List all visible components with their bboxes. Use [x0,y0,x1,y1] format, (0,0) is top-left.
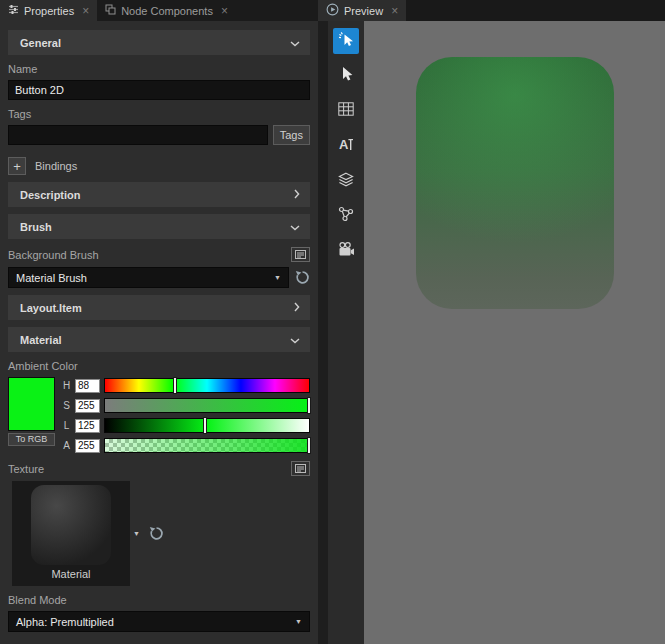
layers-tool-button[interactable] [333,168,359,194]
section-layout-item[interactable]: Layout.Item [8,295,310,320]
close-icon[interactable]: × [82,5,89,17]
bindings-row: + Bindings [8,157,310,175]
preview-tab-strip: Preview × [318,0,665,21]
node-graph-icon [338,206,354,226]
grid-icon [338,102,354,120]
chevron-down-icon: ▼ [295,618,302,625]
tab-properties[interactable]: Properties × [0,0,97,21]
select-tool-button[interactable] [333,63,359,89]
channel-label: H [62,380,71,391]
color-editor: To RGB H S L A [8,377,310,453]
channel-value-input[interactable] [75,419,100,433]
interact-tool-button[interactable] [333,28,359,54]
background-brush-row: Material Brush ▼ [8,267,310,288]
tags-row: Tags [8,125,310,145]
tab-node-components[interactable]: Node Components × [97,0,236,21]
grid-tool-button[interactable] [333,98,359,124]
texture-head: Texture [8,461,310,476]
chevron-right-icon [294,189,300,201]
blend-mode-dropdown[interactable]: Alpha: Premultiplied ▼ [8,611,310,632]
dropdown-value: Alpha: Premultiplied [16,616,114,628]
slider-marker[interactable] [307,437,311,454]
layers-icon [338,172,354,191]
close-icon[interactable]: × [221,5,228,17]
to-rgb-button[interactable]: To RGB [8,433,55,446]
section-title: Brush [20,221,52,233]
preview-toolbar: A [328,21,364,644]
name-input[interactable] [8,80,310,100]
section-general[interactable]: General [8,30,310,55]
main-area: General Name Tags Tags + Bindings Descri… [0,21,665,644]
section-title: Layout.Item [20,302,82,314]
panel-divider[interactable] [318,21,328,644]
alpha-bar[interactable] [104,438,310,453]
preview-canvas[interactable] [364,21,665,644]
texture-tile[interactable]: Material [12,481,130,586]
tab-preview[interactable]: Preview × [318,0,406,21]
section-description[interactable]: Description [8,182,310,207]
background-brush-dropdown[interactable]: Material Brush ▼ [8,267,289,288]
section-title: Description [20,189,81,201]
texture-area: Material ▼ [8,481,310,586]
channel-row-s: S [62,398,310,413]
texture-label: Texture [8,463,44,475]
button-2d-preview[interactable] [416,57,614,309]
pointer-icon [339,66,354,86]
section-brush[interactable]: Brush [8,214,310,239]
name-label: Name [8,63,310,75]
channel-label: A [62,440,71,451]
texture-name: Material [51,568,90,580]
hue-bar[interactable] [104,378,310,393]
chevron-down-icon [290,334,300,346]
reset-icon[interactable] [149,526,164,541]
lightness-bar[interactable] [104,418,310,433]
tags-button[interactable]: Tags [273,125,310,145]
chevron-right-icon [294,302,300,314]
tags-input[interactable] [8,125,268,145]
scene-graph-tool-button[interactable] [333,203,359,229]
channel-label: S [62,400,71,411]
left-tab-strip: Properties × Node Components × [0,0,318,21]
chevron-down-icon: ▼ [274,274,281,281]
text-tool-button[interactable]: A [333,133,359,159]
node-components-tab-icon [105,4,116,17]
interact-cursor-icon [338,31,355,52]
channel-row-a: A [62,438,310,453]
open-editor-button[interactable] [291,461,310,476]
properties-panel: General Name Tags Tags + Bindings Descri… [0,21,318,644]
section-title: Material [20,334,62,346]
dropdown-value: Material Brush [16,272,87,284]
ambient-color-label: Ambient Color [8,360,310,372]
blend-mode-label: Blend Mode [8,594,310,606]
reset-icon[interactable] [295,270,310,285]
add-binding-button[interactable]: + [8,157,26,175]
section-material[interactable]: Material [8,327,310,352]
bindings-label: Bindings [35,160,77,172]
texture-thumbnail [31,485,111,565]
chevron-down-icon[interactable]: ▼ [133,530,140,537]
color-swatch[interactable] [8,377,55,431]
hsla-channels: H S L A [62,377,310,453]
close-icon[interactable]: × [391,5,398,17]
slider-marker[interactable] [203,417,207,434]
saturation-bar[interactable] [104,398,310,413]
camera-tool-button[interactable] [333,238,359,264]
slider-marker[interactable] [307,397,311,414]
camera-icon [338,242,355,261]
swatch-column: To RGB [8,377,55,453]
preview-play-icon [326,3,339,18]
texture-controls: ▼ [133,526,164,541]
tab-label: Node Components [121,5,213,17]
open-editor-button[interactable] [291,247,310,262]
slider-marker[interactable] [173,377,177,394]
tab-bar: Properties × Node Components × Preview × [0,0,665,21]
background-brush-head: Background Brush [8,247,310,262]
channel-value-input[interactable] [75,379,100,393]
channel-row-h: H [62,378,310,393]
channel-value-input[interactable] [75,439,100,453]
background-brush-label: Background Brush [8,249,99,261]
tab-label: Properties [24,5,74,17]
tab-label: Preview [344,5,383,17]
channel-value-input[interactable] [75,399,100,413]
chevron-down-icon [290,221,300,233]
